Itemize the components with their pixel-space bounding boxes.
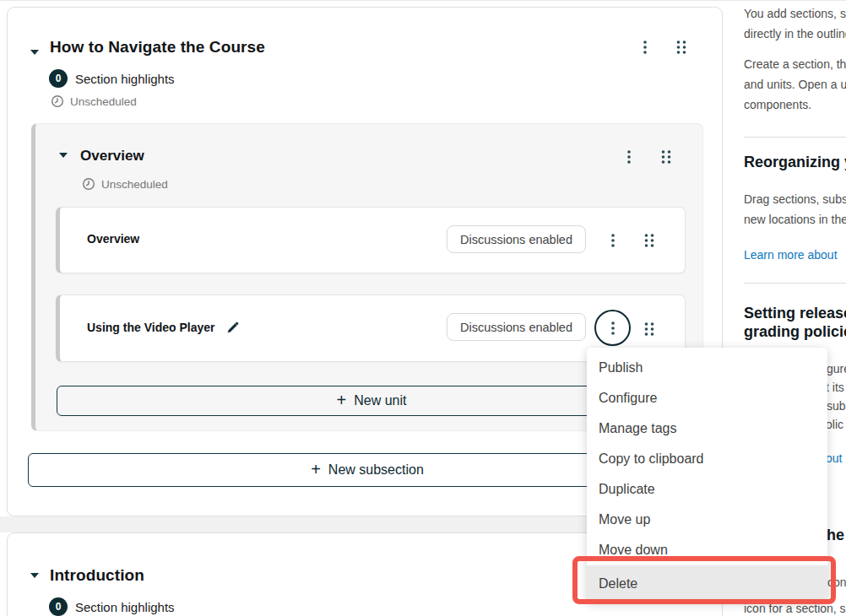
sidebar-text-line: Create a section, th — [744, 57, 846, 71]
unit-name[interactable]: Overview — [87, 232, 139, 246]
highlights-label: Section highlights — [75, 600, 175, 614]
unit-menu-button[interactable] — [601, 229, 625, 252]
sidebar-heading-fragment: he — [827, 526, 844, 544]
menu-item-duplicate[interactable]: Duplicate — [587, 474, 827, 505]
edit-pencil-icon[interactable] — [226, 320, 241, 334]
sidebar-text-line: components. — [744, 98, 811, 111]
drag-handle-icon — [644, 322, 654, 336]
section-menu-button[interactable] — [633, 35, 657, 59]
sidebar-text-fragment: con — [827, 575, 846, 589]
kebab-icon — [643, 41, 647, 54]
discussions-enabled-badge: Discussions enabled — [447, 313, 586, 341]
kebab-icon — [611, 234, 615, 247]
sidebar-text-fragment: olic — [826, 418, 843, 431]
sidebar-divider — [744, 137, 846, 138]
learn-more-link[interactable]: Learn more about — [744, 248, 838, 262]
drag-handle-icon — [661, 150, 671, 164]
discussions-enabled-badge: Discussions enabled — [447, 225, 586, 253]
menu-item-move-down[interactable]: Move down — [587, 535, 827, 565]
menu-item-move-up[interactable]: Move up — [587, 505, 827, 535]
plus-icon: + — [337, 392, 347, 408]
sidebar-text-line: directly in the outline — [744, 27, 846, 41]
kebab-icon — [627, 150, 631, 164]
unit-context-menu: Publish Configure Manage tags Copy to cl… — [587, 348, 827, 602]
menu-item-configure[interactable]: Configure — [587, 383, 827, 413]
section-schedule-row: Unscheduled — [51, 95, 137, 108]
page-top-divider — [0, 0, 846, 1]
section-highlights-row[interactable]: 0 Section highlights — [49, 69, 175, 88]
unit-drag-handle[interactable] — [637, 317, 661, 341]
section-collapse-caret-icon[interactable] — [30, 573, 39, 578]
sidebar-text-fragment: sub — [827, 399, 846, 413]
subsection-drag-handle[interactable] — [654, 145, 678, 169]
menu-item-delete[interactable]: Delete — [587, 565, 827, 602]
section-collapse-caret-icon[interactable] — [30, 50, 39, 55]
kebab-icon — [611, 322, 615, 335]
subsection-title: Overview — [80, 148, 144, 165]
sidebar-text-line: You add sections, s — [744, 7, 846, 20]
subsection-menu-button[interactable] — [617, 145, 641, 169]
unit-drag-handle[interactable] — [637, 229, 661, 252]
section-title: How to Navigate the Course — [50, 38, 265, 57]
subsection-collapse-caret-icon[interactable] — [59, 153, 68, 158]
unit-name[interactable]: Using the Video Player — [87, 321, 214, 334]
menu-item-publish[interactable]: Publish — [587, 353, 827, 383]
plus-icon: + — [311, 461, 321, 478]
sidebar-heading-reorganizing: Reorganizing y — [744, 153, 846, 171]
section-title: Introduction — [50, 566, 144, 585]
clock-icon — [51, 95, 64, 108]
sidebar-heading-setting-release-line2: grading policie — [744, 322, 846, 341]
drag-handle-icon — [644, 234, 654, 247]
sidebar-divider — [744, 283, 846, 284]
course-outline-page: How to Navigate the Course 0 Section hig… — [0, 0, 846, 616]
unit-menu-button-active[interactable] — [594, 310, 631, 346]
highlights-count-badge: 0 — [49, 69, 68, 88]
sidebar-heading-setting-release: Setting release — [744, 304, 846, 322]
sidebar-text-fragment: t its — [826, 381, 844, 394]
menu-item-manage-tags[interactable]: Manage tags — [587, 413, 827, 444]
new-subsection-label: New subsection — [328, 462, 424, 478]
new-unit-label: New unit — [354, 393, 406, 408]
subsection-schedule-row: Unscheduled — [82, 177, 168, 191]
highlights-label: Section highlights — [75, 72, 175, 86]
highlights-count-badge: 0 — [49, 597, 68, 616]
unit-card-overview: Overview Discussions enabled — [56, 207, 686, 273]
sidebar-text-line: and units. Open a u — [744, 78, 846, 91]
schedule-label: Unscheduled — [101, 178, 168, 191]
sidebar-text-line: new locations in the — [744, 213, 846, 226]
section-highlights-row[interactable]: 0 Section highlights — [49, 597, 175, 616]
menu-item-copy-to-clipboard[interactable]: Copy to clipboard — [587, 444, 827, 474]
schedule-label: Unscheduled — [70, 95, 137, 108]
sidebar-text-line: icon for a section, s — [744, 602, 846, 615]
sidebar-text-line: Drag sections, subs — [744, 192, 846, 206]
clock-icon — [82, 177, 95, 191]
sidebar-link-fragment[interactable]: out — [826, 451, 842, 465]
section-drag-handle[interactable] — [670, 35, 693, 59]
sidebar-text-fragment: gure — [827, 362, 846, 376]
drag-handle-icon — [676, 41, 686, 54]
